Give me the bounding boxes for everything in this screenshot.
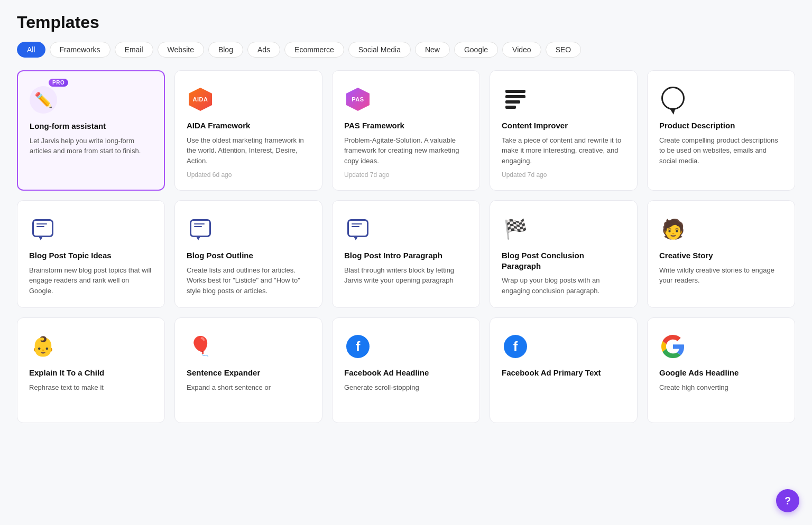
card-title-creative-story: Creative Story: [659, 250, 783, 261]
template-card-blog-post-outline[interactable]: Blog Post Outline Create lists and outli…: [174, 200, 322, 308]
template-card-long-form-assistant[interactable]: PRO ✏️ Long-form assistant Let Jarvis he…: [17, 70, 165, 191]
card-title-aida-framework: AIDA Framework: [187, 120, 310, 131]
card-icon-facebook-ad-primary-text: f: [502, 333, 529, 360]
card-updated-aida-framework: Updated 6d ago: [187, 171, 310, 179]
card-title-google-ads-headline: Google Ads Headline: [659, 368, 783, 378]
filter-btn-email[interactable]: Email: [115, 42, 153, 58]
filter-btn-google[interactable]: Google: [454, 42, 498, 58]
card-desc-pas-framework: Problem-Agitate-Solution. A valuable fra…: [344, 135, 468, 166]
card-title-sentence-expander: Sentence Expander: [187, 368, 310, 378]
template-card-aida-framework[interactable]: AIDA AIDA Framework Use the oldest marke…: [174, 70, 322, 191]
filter-btn-frameworks[interactable]: Frameworks: [50, 42, 110, 58]
templates-grid: PRO ✏️ Long-form assistant Let Jarvis he…: [17, 70, 795, 423]
filter-btn-seo[interactable]: SEO: [546, 42, 582, 58]
card-icon-explain-to-child: 👶: [29, 333, 57, 360]
card-desc-blog-post-intro-paragraph: Blast through writers block by letting J…: [344, 265, 468, 286]
card-desc-content-improver: Take a piece of content and rewrite it t…: [502, 135, 625, 166]
card-icon-google-ads-headline: [659, 333, 687, 360]
card-desc-blog-post-topic-ideas: Brainstorm new blog post topics that wil…: [29, 265, 153, 296]
card-icon-blog-post-outline: [187, 215, 214, 243]
card-icon-pas-framework: PAS: [344, 86, 372, 113]
card-desc-google-ads-headline: Create high converting: [659, 382, 783, 393]
pro-badge: PRO: [49, 79, 68, 87]
card-desc-creative-story: Write wildly creative stories to engage …: [659, 265, 783, 286]
template-card-explain-to-child[interactable]: 👶 Explain It To a Child Rephrase text to…: [17, 317, 165, 423]
card-title-blog-post-conclusion-paragraph: Blog Post Conclusion Paragraph: [502, 250, 625, 271]
card-icon-product-description: [659, 86, 687, 113]
filter-btn-blog[interactable]: Blog: [208, 42, 243, 58]
card-icon-blog-post-conclusion-paragraph: 🏁: [502, 215, 529, 243]
filter-btn-social media[interactable]: Social Media: [348, 42, 411, 58]
card-title-content-improver: Content Improver: [502, 120, 625, 131]
template-card-facebook-ad-headline[interactable]: f Facebook Ad Headline Generate scroll-s…: [332, 317, 480, 423]
card-desc-explain-to-child: Rephrase text to make it: [29, 382, 153, 393]
card-desc-aida-framework: Use the oldest marketing framework in th…: [187, 135, 310, 166]
template-card-blog-post-conclusion-paragraph[interactable]: 🏁 Blog Post Conclusion Paragraph Wrap up…: [490, 200, 638, 308]
template-card-content-improver[interactable]: Content Improver Take a piece of content…: [490, 70, 638, 191]
filter-bar: AllFrameworksEmailWebsiteBlogAdsEcommerc…: [17, 42, 795, 58]
template-card-pas-framework[interactable]: PAS PAS Framework Problem-Agitate-Soluti…: [332, 70, 480, 191]
card-icon-facebook-ad-headline: f: [344, 333, 372, 360]
template-card-product-description[interactable]: Product Description Create compelling pr…: [647, 70, 795, 191]
template-card-sentence-expander[interactable]: 🎈 Sentence Expander Expand a short sente…: [174, 317, 322, 423]
card-updated-content-improver: Updated 7d ago: [502, 171, 625, 179]
card-title-blog-post-outline: Blog Post Outline: [187, 250, 310, 261]
card-desc-blog-post-outline: Create lists and outlines for articles. …: [187, 265, 310, 296]
filter-btn-website[interactable]: Website: [158, 42, 204, 58]
card-icon-blog-post-intro-paragraph: [344, 215, 372, 243]
filter-btn-new[interactable]: New: [415, 42, 450, 58]
template-card-google-ads-headline[interactable]: Google Ads Headline Create high converti…: [647, 317, 795, 423]
filter-btn-video[interactable]: Video: [502, 42, 541, 58]
card-title-pas-framework: PAS Framework: [344, 120, 468, 131]
card-desc-sentence-expander: Expand a short sentence or: [187, 382, 310, 393]
card-desc-blog-post-conclusion-paragraph: Wrap up your blog posts with an engaging…: [502, 275, 625, 296]
page-title: Templates: [17, 13, 795, 32]
card-updated-pas-framework: Updated 7d ago: [344, 171, 468, 179]
card-title-facebook-ad-primary-text: Facebook Ad Primary Text: [502, 368, 625, 378]
card-icon-long-form-assistant: ✏️: [30, 86, 57, 114]
card-desc-facebook-ad-headline: Generate scroll-stopping: [344, 382, 468, 393]
card-icon-sentence-expander: 🎈: [187, 333, 214, 360]
card-title-facebook-ad-headline: Facebook Ad Headline: [344, 368, 468, 378]
card-desc-product-description: Create compelling product descriptions t…: [659, 135, 783, 166]
card-title-blog-post-intro-paragraph: Blog Post Intro Paragraph: [344, 250, 468, 261]
filter-btn-ecommerce[interactable]: Ecommerce: [284, 42, 344, 58]
card-title-blog-post-topic-ideas: Blog Post Topic Ideas: [29, 250, 153, 261]
template-card-creative-story[interactable]: 🧑 Creative Story Write wildly creative s…: [647, 200, 795, 308]
template-card-blog-post-topic-ideas[interactable]: Blog Post Topic Ideas Brainstorm new blo…: [17, 200, 165, 308]
card-icon-aida-framework: AIDA: [187, 86, 214, 113]
card-icon-blog-post-topic-ideas: [29, 215, 57, 243]
template-card-blog-post-intro-paragraph[interactable]: Blog Post Intro Paragraph Blast through …: [332, 200, 480, 308]
card-icon-creative-story: 🧑: [659, 215, 687, 243]
filter-btn-all[interactable]: All: [17, 42, 45, 58]
card-icon-content-improver: [502, 86, 529, 113]
card-title-long-form-assistant: Long-form assistant: [30, 121, 152, 132]
filter-btn-ads[interactable]: Ads: [247, 42, 280, 58]
template-card-facebook-ad-primary-text[interactable]: f Facebook Ad Primary Text: [490, 317, 638, 423]
card-desc-long-form-assistant: Let Jarvis help you write long-form arti…: [30, 136, 152, 156]
card-title-product-description: Product Description: [659, 120, 783, 131]
card-title-explain-to-child: Explain It To a Child: [29, 368, 153, 378]
